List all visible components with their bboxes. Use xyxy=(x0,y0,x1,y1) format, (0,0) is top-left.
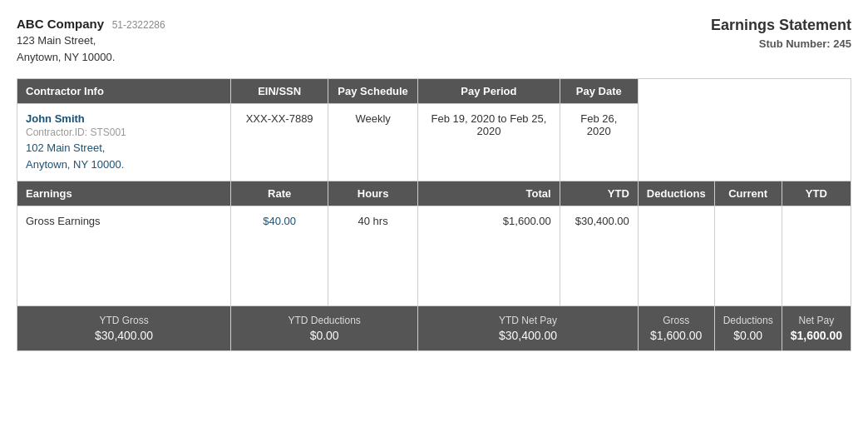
deductions-current-cell xyxy=(714,206,782,306)
gross-cell: Gross $1,600.00 xyxy=(638,306,714,351)
company-info: ABC Company 51-2322286 123 Main Street, … xyxy=(17,17,165,65)
ytd-deductions-label: YTD Deductions xyxy=(239,315,409,326)
earnings-header-row: Earnings Rate Hours Total YTD Deductions… xyxy=(17,181,851,206)
th-deductions: Deductions xyxy=(638,181,714,206)
ytd-deductions-value: $0.00 xyxy=(239,329,409,342)
ytd-gross-cell: YTD Gross $30,400.00 xyxy=(17,306,231,351)
th-ytd: YTD xyxy=(560,181,638,206)
statement-title: Earnings Statement xyxy=(711,17,851,34)
schedule-value-cell: Weekly xyxy=(328,104,418,181)
statement-info: Earnings Statement Stub Number: 245 xyxy=(711,17,851,50)
gross-value: $1,600.00 xyxy=(647,329,706,342)
gross-earnings-label: Gross Earnings xyxy=(26,215,222,227)
contractor-info-cell: John Smith Contractor.ID: STS001 102 Mai… xyxy=(17,104,231,181)
period-value-cell: Feb 19, 2020 to Feb 25, 2020 xyxy=(418,104,560,181)
earnings-data-row: Gross Earnings $40.00 40 hrs $1,600.00 $… xyxy=(17,206,851,306)
info-header-row: Contractor Info EIN/SSN Pay Schedule Pay… xyxy=(17,79,851,104)
contractor-id: Contractor.ID: STS001 xyxy=(26,127,222,138)
th-pay-period: Pay Period xyxy=(418,79,560,104)
company-address: 123 Main Street, Anytown, NY 10000. xyxy=(17,32,165,65)
net-pay-value: $1,600.00 xyxy=(791,329,842,342)
earnings-statement-table: Contractor Info EIN/SSN Pay Schedule Pay… xyxy=(17,78,851,351)
contractor-address-line1: 102 Main Street, xyxy=(26,140,222,156)
contractor-data-row: John Smith Contractor.ID: STS001 102 Mai… xyxy=(17,104,851,181)
company-name: ABC Company xyxy=(17,17,104,31)
page-header: ABC Company 51-2322286 123 Main Street, … xyxy=(17,17,851,65)
gross-label: Gross xyxy=(647,315,706,326)
ein-value-cell: XXX-XX-7889 xyxy=(231,104,328,181)
hours-cell: 40 hrs xyxy=(328,206,418,306)
earnings-label-cell: Gross Earnings xyxy=(17,206,231,306)
th-ytd2: YTD xyxy=(782,181,851,206)
ytd-net-cell: YTD Net Pay $30,400.00 xyxy=(418,306,639,351)
ytd-deductions-cell: YTD Deductions $0.00 xyxy=(231,306,418,351)
contractor-address-line2: Anytown, NY 10000. xyxy=(26,156,222,173)
date-value-cell: Feb 26, 2020 xyxy=(560,104,638,181)
contractor-id-value: STS001 xyxy=(90,127,126,138)
stub-number: 245 xyxy=(833,37,851,50)
ytd-net-label: YTD Net Pay xyxy=(427,315,629,326)
ytd-cell: $30,400.00 xyxy=(560,206,638,306)
th-current: Current xyxy=(714,181,782,206)
th-rate: Rate xyxy=(231,181,328,206)
ytd-net-value: $30,400.00 xyxy=(427,329,629,342)
th-earnings: Earnings xyxy=(17,181,231,206)
th-ein-ssn: EIN/SSN xyxy=(231,79,328,104)
company-name-line: ABC Company 51-2322286 xyxy=(17,17,165,31)
deductions-summary-label: Deductions xyxy=(723,315,773,326)
ytd-gross-value: $30,400.00 xyxy=(26,329,222,342)
company-address-line2: Anytown, NY 10000. xyxy=(17,49,165,66)
th-hours: Hours xyxy=(328,181,418,206)
contractor-address: 102 Main Street, Anytown, NY 10000. xyxy=(26,140,222,172)
deductions-label-cell xyxy=(638,206,714,306)
ytd-gross-label: YTD Gross xyxy=(26,315,222,326)
company-ein: 51-2322286 xyxy=(112,19,165,31)
contractor-name: John Smith xyxy=(26,112,222,125)
company-address-line1: 123 Main Street, xyxy=(17,32,165,49)
summary-row: YTD Gross $30,400.00 YTD Deductions $0.0… xyxy=(17,306,851,351)
deductions-summary-value: $0.00 xyxy=(723,329,773,342)
th-contractor-info: Contractor Info xyxy=(17,79,231,104)
th-pay-schedule: Pay Schedule xyxy=(328,79,418,104)
total-cell: $1,600.00 xyxy=(418,206,560,306)
stub-label: Stub Number: xyxy=(759,37,831,50)
deductions-ytd-cell xyxy=(782,206,851,306)
net-pay-cell: Net Pay $1,600.00 xyxy=(782,306,851,351)
rate-cell: $40.00 xyxy=(231,206,328,306)
contractor-id-label: Contractor.ID: xyxy=(26,127,87,138)
net-pay-label: Net Pay xyxy=(791,315,842,326)
th-pay-date: Pay Date xyxy=(560,79,638,104)
th-total: Total xyxy=(418,181,560,206)
stub-number-line: Stub Number: 245 xyxy=(711,37,851,50)
deductions-summary-cell: Deductions $0.00 xyxy=(714,306,782,351)
